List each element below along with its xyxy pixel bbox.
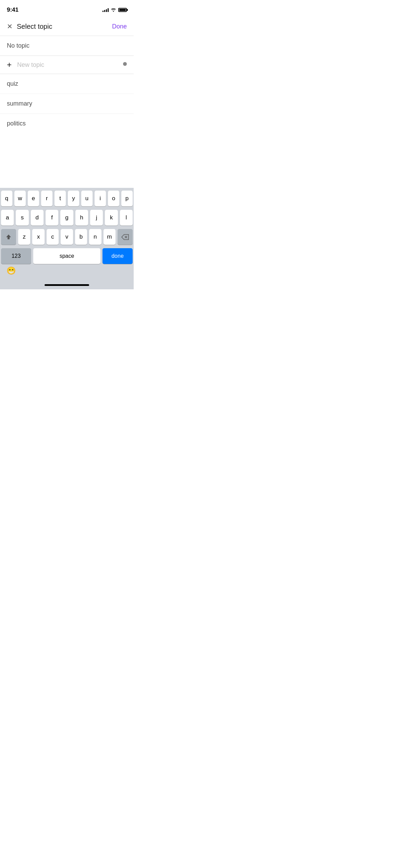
plus-icon: + xyxy=(7,61,12,69)
keyboard-row-2: a s d f g h j k l xyxy=(1,210,133,226)
keyboard: q w e r t y u i o p a s d f g h j k l z … xyxy=(0,188,134,289)
shift-key[interactable] xyxy=(1,229,16,245)
key-z[interactable]: z xyxy=(18,229,30,245)
nav-title: Select topic xyxy=(17,23,52,31)
num-key[interactable]: 123 xyxy=(1,248,31,264)
done-button[interactable]: Done xyxy=(112,23,127,30)
topic-item-politics[interactable]: politics xyxy=(0,114,134,133)
emoji-bar: 😁 xyxy=(1,267,133,282)
keyboard-row-3: z x c v b n m xyxy=(1,229,133,245)
no-topic-row[interactable]: No topic xyxy=(0,36,134,56)
key-f[interactable]: f xyxy=(46,210,58,226)
key-m[interactable]: m xyxy=(104,229,116,245)
cursor-indicator xyxy=(123,62,127,66)
key-u[interactable]: u xyxy=(81,191,93,206)
status-bar: 9:41 xyxy=(0,0,134,17)
key-d[interactable]: d xyxy=(31,210,44,226)
key-t[interactable]: t xyxy=(54,191,66,206)
key-b[interactable]: b xyxy=(75,229,87,245)
key-k[interactable]: k xyxy=(105,210,118,226)
new-topic-row: + xyxy=(0,56,134,74)
home-indicator xyxy=(1,282,133,289)
key-n[interactable]: n xyxy=(89,229,101,245)
space-key[interactable]: space xyxy=(33,248,100,264)
topic-item-summary[interactable]: summary xyxy=(0,94,134,114)
wifi-icon xyxy=(111,8,116,13)
key-a[interactable]: a xyxy=(1,210,14,226)
key-g[interactable]: g xyxy=(60,210,73,226)
key-e[interactable]: e xyxy=(28,191,39,206)
key-y[interactable]: y xyxy=(68,191,79,206)
nav-bar: ✕ Select topic Done xyxy=(0,17,134,36)
key-r[interactable]: r xyxy=(41,191,52,206)
topic-label-quiz: quiz xyxy=(7,80,18,87)
key-i[interactable]: i xyxy=(95,191,106,206)
key-l[interactable]: l xyxy=(120,210,133,226)
key-v[interactable]: v xyxy=(61,229,73,245)
battery-icon xyxy=(118,8,127,12)
close-button[interactable]: ✕ xyxy=(7,22,13,31)
keyboard-done-key[interactable]: done xyxy=(102,248,133,264)
backspace-key[interactable] xyxy=(118,229,133,245)
nav-left: ✕ Select topic xyxy=(7,22,52,31)
key-o[interactable]: o xyxy=(108,191,119,206)
keyboard-row-bottom: 123 space done xyxy=(1,248,133,267)
new-topic-input[interactable] xyxy=(17,61,127,69)
key-h[interactable]: h xyxy=(75,210,88,226)
keyboard-row-1: q w e r t y u i o p xyxy=(1,191,133,206)
emoji-button[interactable]: 😁 xyxy=(7,266,16,275)
key-c[interactable]: c xyxy=(47,229,59,245)
status-icons xyxy=(102,8,127,13)
key-s[interactable]: s xyxy=(16,210,28,226)
key-w[interactable]: w xyxy=(14,191,26,206)
status-time: 9:41 xyxy=(7,7,19,13)
signal-icon xyxy=(102,8,109,12)
no-topic-label: No topic xyxy=(7,42,29,49)
home-bar xyxy=(45,284,89,286)
key-j[interactable]: j xyxy=(90,210,103,226)
key-x[interactable]: x xyxy=(32,229,44,245)
topic-label-politics: politics xyxy=(7,120,26,127)
key-p[interactable]: p xyxy=(121,191,133,206)
content: No topic + quiz summary politics xyxy=(0,36,134,133)
topic-label-summary: summary xyxy=(7,100,32,107)
key-q[interactable]: q xyxy=(1,191,12,206)
topic-item-quiz[interactable]: quiz xyxy=(0,74,134,94)
